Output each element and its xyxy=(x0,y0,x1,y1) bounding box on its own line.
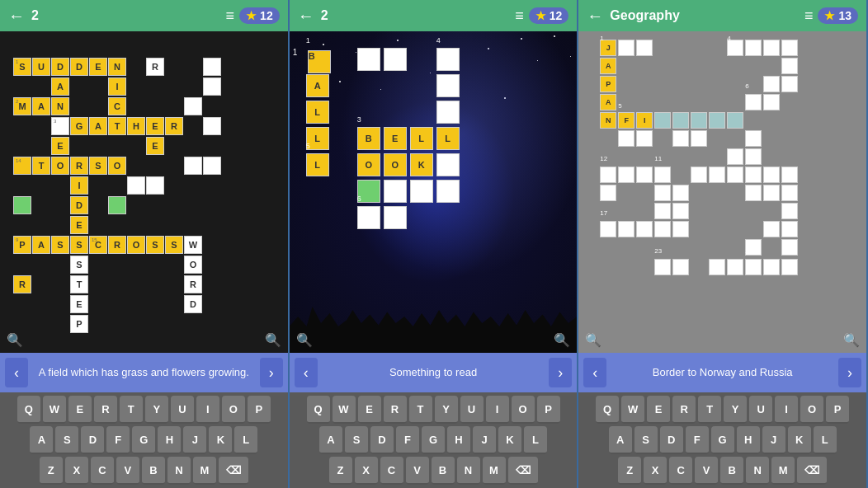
cell-b-r1c10[interactable] xyxy=(763,40,780,56)
cell-R4[interactable]: R xyxy=(13,275,31,293)
cell-P-j[interactable]: P xyxy=(600,76,616,92)
cell-b-r8c3[interactable] xyxy=(636,167,653,183)
cell-R2[interactable]: R xyxy=(165,117,183,135)
cell-b-r8c2[interactable] xyxy=(618,167,634,183)
cell-A3[interactable]: A xyxy=(89,117,107,135)
key-X-1[interactable]: X xyxy=(65,457,88,485)
cell-N1[interactable]: N xyxy=(108,58,126,76)
key-N-3[interactable]: N xyxy=(746,457,769,485)
cell-A2[interactable]: A xyxy=(32,97,50,115)
key-X-2[interactable]: X xyxy=(355,457,378,485)
key-K-2[interactable]: K xyxy=(498,426,521,454)
key-Y-3[interactable]: Y xyxy=(724,396,747,424)
cell-6a[interactable] xyxy=(357,206,380,229)
cell-O-look[interactable]: O xyxy=(357,153,380,176)
key-O-2[interactable]: O xyxy=(512,396,535,424)
cell-b-r9c5[interactable] xyxy=(672,185,689,201)
cell-b-r13c4[interactable] xyxy=(654,259,671,275)
cell-b-r10c5[interactable] xyxy=(672,203,689,219)
key-J-2[interactable]: J xyxy=(473,426,496,454)
key-S-2[interactable]: S xyxy=(345,426,368,454)
cell-b-r11c2[interactable] xyxy=(618,221,634,237)
cell-A-j2[interactable]: A xyxy=(600,94,616,110)
cell-I-fi[interactable]: I xyxy=(636,112,653,129)
key-A-1[interactable]: A xyxy=(30,426,53,454)
cell-G2[interactable]: G xyxy=(70,117,88,135)
cell-c2[interactable]: R xyxy=(108,236,126,254)
cell-D1[interactable]: D xyxy=(51,58,69,76)
key-N-2[interactable]: N xyxy=(457,457,480,485)
cell-K-look[interactable]: K xyxy=(410,153,433,176)
zoom-out-icon-1[interactable]: 🔍 xyxy=(7,332,23,348)
cell-b-r8c8[interactable] xyxy=(727,167,743,183)
cell-b-r8c9[interactable] xyxy=(745,167,762,183)
key-L-1[interactable]: L xyxy=(234,426,257,454)
back-button-3[interactable]: ← xyxy=(587,7,603,26)
cell-b-r10c11[interactable] xyxy=(781,203,798,219)
clue-next-3[interactable]: › xyxy=(838,358,861,387)
key-P-2[interactable]: P xyxy=(537,396,560,424)
cell-I2[interactable]: I xyxy=(70,176,88,195)
cell-F-fi[interactable]: F xyxy=(618,112,634,129)
cell-b-r11c11[interactable] xyxy=(781,221,798,237)
key-F-2[interactable]: F xyxy=(396,426,419,454)
cell-b4[interactable] xyxy=(184,157,202,175)
cell-e1[interactable] xyxy=(357,48,380,71)
cell-R1[interactable]: R xyxy=(146,58,164,76)
key-W-1[interactable]: W xyxy=(43,396,66,424)
cell-b-r6c9[interactable] xyxy=(745,130,762,147)
cell-B-bell[interactable]: B xyxy=(357,127,380,150)
cell-b1[interactable] xyxy=(184,97,202,115)
cell-E2[interactable]: E xyxy=(146,117,164,135)
zoom-out-icon-2[interactable]: 🔍 xyxy=(296,332,313,348)
key-I-3[interactable]: I xyxy=(775,396,798,424)
key-Z-2[interactable]: Z xyxy=(329,457,352,485)
cell-c6[interactable]: W xyxy=(184,236,202,254)
cell-O4[interactable]: O xyxy=(184,256,202,274)
cell-c3[interactable]: O xyxy=(127,236,145,254)
cell-b-r6c2[interactable] xyxy=(618,130,634,147)
cell-L-look[interactable]: L xyxy=(306,153,329,176)
key-O-1[interactable]: O xyxy=(222,396,245,424)
key-C-1[interactable]: C xyxy=(91,457,114,485)
cell-b-r9c1[interactable] xyxy=(600,185,616,201)
cell-7d[interactable] xyxy=(436,180,460,203)
key-H-2[interactable]: H xyxy=(447,426,470,454)
zoom-in-icon-1[interactable]: 🔍 xyxy=(265,332,281,348)
cell-b-r11c3[interactable] xyxy=(636,221,653,237)
key-E-1[interactable]: E xyxy=(68,396,92,424)
key-G-3[interactable]: G xyxy=(711,426,734,454)
key-W-2[interactable]: W xyxy=(333,396,356,424)
back-button-2[interactable]: ← xyxy=(298,7,314,26)
cell-b-r1c8[interactable] xyxy=(727,40,743,56)
key-Z-1[interactable]: Z xyxy=(40,457,63,485)
cell-teal5[interactable] xyxy=(727,112,743,129)
key-backspace-1[interactable]: ⌫ xyxy=(219,457,248,485)
cell-b-r13c8[interactable] xyxy=(727,259,743,275)
cell-L-b1[interactable]: L xyxy=(306,101,329,124)
clue-prev-2[interactable]: ‹ xyxy=(295,358,318,387)
cell-S2[interactable]: R xyxy=(70,157,88,175)
key-S-3[interactable]: S xyxy=(634,426,658,454)
cell-N2[interactable]: N xyxy=(51,97,69,115)
cell-O2-look[interactable]: O xyxy=(384,153,407,176)
key-J-1[interactable]: J xyxy=(183,426,206,454)
cell-b-r9c9[interactable] xyxy=(745,185,762,201)
cell-O3[interactable]: O xyxy=(108,157,126,175)
cell-S4[interactable]: S xyxy=(70,236,88,254)
cell-E6[interactable]: E xyxy=(70,295,88,313)
cell-b-r9c10[interactable] xyxy=(763,185,780,201)
cell-b-r1c11[interactable] xyxy=(781,40,798,56)
clue-next-2[interactable]: › xyxy=(549,358,572,387)
key-W-3[interactable]: W xyxy=(621,396,644,424)
key-J-3[interactable]: J xyxy=(762,426,785,454)
cell-b-r8c7[interactable] xyxy=(709,167,725,183)
key-Y-2[interactable]: Y xyxy=(435,396,458,424)
clue-prev-1[interactable]: ‹ xyxy=(5,358,28,387)
key-S-1[interactable]: S xyxy=(55,426,78,454)
key-R-1[interactable]: R xyxy=(94,396,117,424)
cell-b-r13c10[interactable] xyxy=(763,259,780,275)
cell-b-r1c9[interactable] xyxy=(745,40,762,56)
cell-A-j[interactable]: A xyxy=(600,58,616,74)
key-V-2[interactable]: V xyxy=(406,457,429,485)
